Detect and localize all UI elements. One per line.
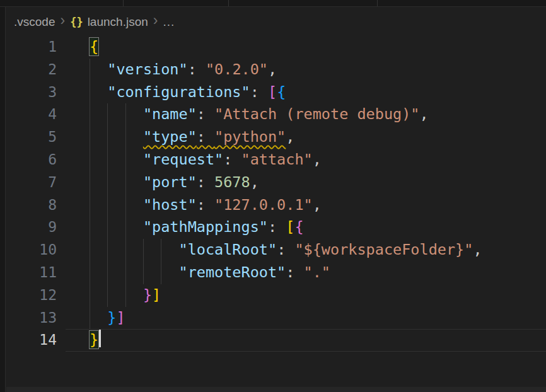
code-text: "remoteRoot": "." — [57, 262, 330, 284]
breadcrumb-item-file[interactable]: launch.json — [88, 15, 148, 29]
line-number[interactable]: 9 — [0, 216, 57, 239]
token: } — [107, 309, 116, 326]
code-text: } — [57, 329, 101, 352]
token: : — [268, 218, 286, 236]
line-number[interactable]: 8 — [0, 194, 57, 217]
token — [90, 218, 143, 236]
code-text: "type": "python", — [57, 126, 294, 149]
token: "port" — [143, 173, 197, 191]
line-number[interactable]: 6 — [0, 149, 57, 171]
token — [90, 83, 107, 101]
token: "type" — [143, 128, 197, 146]
text-cursor — [99, 329, 101, 347]
code-line-4[interactable]: 4 "name": "Attach (remote debug)", — [0, 103, 546, 126]
token: "pathMappings" — [143, 218, 268, 236]
chevron-right-icon: › — [148, 12, 163, 29]
breadcrumb-item-folder[interactable]: .vscode — [14, 15, 55, 29]
code-text: { — [57, 36, 98, 59]
tab-separator — [123, 0, 124, 6]
token: "host" — [143, 196, 197, 214]
code-text: }] — [57, 307, 125, 330]
token: : — [250, 83, 268, 101]
line-number[interactable]: 1 — [0, 36, 57, 59]
code-text: "localRoot": "${workspaceFolder}", — [57, 239, 482, 262]
vscode-editor-window: { "breadcrumb": { "folder": ".vscode", "… — [0, 0, 546, 392]
token: "name" — [143, 105, 197, 123]
code-line-6[interactable]: 6 "request": "attach", — [0, 149, 546, 171]
code-text: "host": "127.0.0.1", — [57, 194, 322, 217]
token — [90, 151, 143, 168]
left-edge-strip — [0, 0, 6, 392]
bracket-match: { — [90, 38, 98, 55]
token: , — [286, 128, 294, 146]
line-number[interactable]: 2 — [0, 59, 57, 81]
code-text: "pathMappings": [{ — [57, 216, 304, 239]
code-line-14[interactable]: 14} — [0, 329, 546, 352]
token: "attach" — [241, 151, 313, 168]
token — [90, 128, 143, 146]
json-file-icon: {} — [70, 16, 83, 28]
token: { — [277, 83, 286, 101]
line-number[interactable]: 11 — [0, 262, 57, 284]
warning-squiggle: "type": "python" — [143, 128, 286, 146]
line-number[interactable]: 3 — [0, 81, 57, 104]
code-line-1[interactable]: 1{ — [0, 36, 546, 59]
code-line-9[interactable]: 9 "pathMappings": [{ — [0, 216, 546, 239]
breadcrumb-item-more[interactable]: ... — [163, 15, 175, 29]
breadcrumb: .vscode › {} launch.json › ... — [6, 8, 546, 36]
line-number[interactable]: 12 — [0, 284, 57, 307]
token: , — [250, 173, 259, 191]
tab-separator — [377, 0, 378, 6]
token: , — [473, 241, 482, 258]
token — [90, 61, 107, 78]
code-line-2[interactable]: 2 "version": "0.2.0", — [0, 59, 546, 81]
token: : — [223, 151, 241, 168]
token: , — [313, 196, 322, 214]
token: , — [268, 61, 277, 78]
token: "Attach (remote debug)" — [214, 105, 419, 123]
token: "localRoot" — [178, 241, 277, 258]
token: "127.0.0.1" — [214, 196, 313, 214]
token — [90, 309, 107, 326]
token: ] — [152, 286, 161, 304]
token: : — [286, 263, 303, 281]
code-line-13[interactable]: 13 }] — [0, 307, 546, 330]
token: "version" — [107, 61, 187, 78]
token: "configurations" — [107, 83, 250, 101]
current-line-highlight — [66, 329, 546, 352]
line-number[interactable]: 5 — [0, 126, 57, 149]
code-line-3[interactable]: 3 "configurations": [{ — [0, 81, 546, 104]
editor-code-area[interactable]: 1{2 "version": "0.2.0",3 "configurations… — [0, 36, 546, 352]
token — [90, 173, 143, 191]
token — [90, 286, 143, 304]
token: "python" — [214, 128, 286, 146]
tab-separator — [228, 0, 229, 6]
line-number[interactable]: 14 — [0, 329, 57, 352]
token: : — [197, 196, 214, 214]
token: "0.2.0" — [206, 61, 268, 78]
chevron-right-icon: › — [55, 12, 70, 29]
code-text: "version": "0.2.0", — [57, 59, 277, 81]
token — [90, 105, 143, 123]
token: , — [420, 105, 429, 123]
code-line-7[interactable]: 7 "port": 5678, — [0, 171, 546, 194]
line-number[interactable]: 10 — [0, 239, 57, 262]
code-line-11[interactable]: 11 "remoteRoot": "." — [0, 262, 546, 284]
line-number[interactable]: 13 — [0, 307, 57, 330]
line-number[interactable]: 7 — [0, 171, 57, 194]
code-text: "configurations": [{ — [57, 81, 286, 104]
token: , — [313, 151, 322, 168]
token: { — [294, 218, 303, 236]
token — [90, 241, 178, 258]
code-text: "name": "Attach (remote debug)", — [57, 103, 429, 126]
code-line-8[interactable]: 8 "host": "127.0.0.1", — [0, 194, 546, 217]
token — [90, 196, 143, 214]
code-line-12[interactable]: 12 }] — [0, 284, 546, 307]
line-number[interactable]: 4 — [0, 103, 57, 126]
token: 5678 — [214, 173, 250, 191]
code-line-10[interactable]: 10 "localRoot": "${workspaceFolder}", — [0, 239, 546, 262]
token: "." — [304, 263, 330, 281]
code-line-5[interactable]: 5 "type": "python", — [0, 126, 546, 149]
code-text: "port": 5678, — [57, 171, 259, 194]
token: [ — [268, 83, 277, 101]
